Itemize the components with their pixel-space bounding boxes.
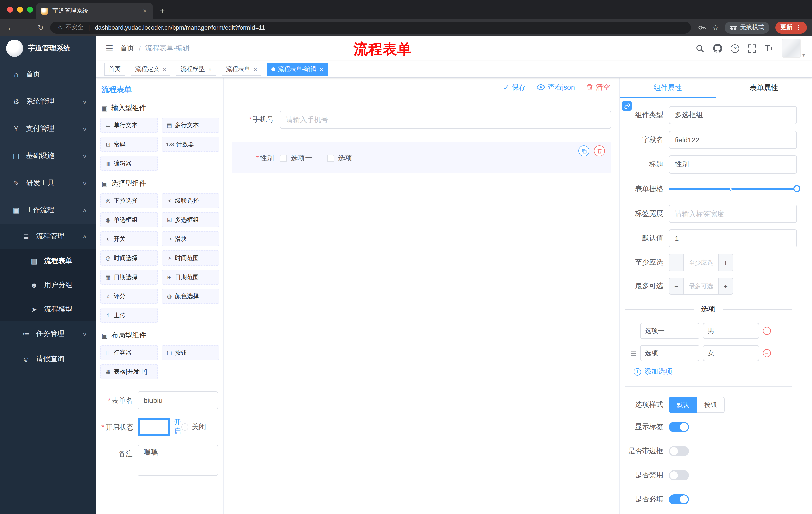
- sidebar-item-leave-query[interactable]: ☺ 请假查询: [0, 347, 96, 372]
- palette-item-time-range[interactable]: ◔时间范围: [162, 250, 219, 266]
- max-select-input[interactable]: [684, 278, 718, 294]
- palette-item-counter[interactable]: 123计数器: [162, 137, 219, 152]
- breadcrumb-home[interactable]: 首页: [120, 44, 135, 53]
- palette-item-date-range[interactable]: ⊞日期范围: [162, 270, 219, 285]
- component-type-select[interactable]: 多选框组: [669, 106, 797, 124]
- field-name-input[interactable]: [669, 131, 797, 149]
- palette-item-radio-group[interactable]: ◉单选框组: [100, 212, 158, 227]
- show-label-toggle[interactable]: [669, 422, 689, 432]
- close-icon[interactable]: ×: [162, 66, 166, 72]
- option-2-value-input[interactable]: [703, 345, 759, 361]
- palette-item-row-container[interactable]: ◫行容器: [100, 345, 158, 360]
- back-button[interactable]: ←: [5, 23, 16, 31]
- maximize-window-button[interactable]: [27, 6, 33, 12]
- grid-span-slider[interactable]: [669, 188, 797, 190]
- option-1-label-input[interactable]: [640, 323, 699, 339]
- palette-item-editor[interactable]: ▥编辑器: [100, 156, 158, 171]
- palette-item-checkbox-group[interactable]: ☑多选框组: [162, 212, 219, 227]
- font-size-icon[interactable]: TT: [765, 44, 773, 52]
- radio-off[interactable]: 关闭: [181, 423, 206, 432]
- palette-item-select[interactable]: ◎下拉选择: [100, 193, 158, 208]
- drag-handle-icon[interactable]: ☰: [631, 349, 636, 357]
- tab-close-icon[interactable]: ×: [142, 7, 148, 15]
- form-remark-textarea[interactable]: 嘿嘿: [138, 444, 218, 476]
- forward-button[interactable]: →: [20, 23, 31, 31]
- tag-process-form[interactable]: 流程表单 ×: [222, 63, 262, 76]
- remove-option-icon[interactable]: −: [762, 327, 771, 335]
- view-json-button[interactable]: 查看json: [537, 83, 575, 92]
- user-avatar[interactable]: ▾: [782, 39, 805, 58]
- label-width-input[interactable]: [669, 205, 797, 223]
- palette-item-date-picker[interactable]: ▦日期选择: [100, 270, 158, 285]
- reload-button[interactable]: ↻: [35, 23, 46, 31]
- required-toggle[interactable]: [669, 494, 689, 505]
- decrease-button[interactable]: −: [669, 278, 684, 294]
- sidebar-item-home[interactable]: ⌂ 首页: [0, 61, 96, 88]
- sidebar-item-user-groups[interactable]: ☻ 用户分组: [0, 273, 96, 297]
- sidebar-item-process-model[interactable]: ➤ 流程模型: [0, 297, 96, 321]
- palette-item-rate[interactable]: ☆评分: [100, 289, 158, 304]
- tag-home[interactable]: 首页: [104, 63, 125, 76]
- phone-input[interactable]: [280, 111, 611, 129]
- github-icon[interactable]: [713, 44, 722, 53]
- browser-update-button[interactable]: 更新 ⋮: [775, 21, 807, 33]
- radio-on[interactable]: 开启: [138, 418, 170, 436]
- form-name-input[interactable]: [138, 391, 218, 409]
- sidebar-item-process-management[interactable]: ≣ 流程管理 ∧: [0, 224, 96, 249]
- sidebar-item-task-management[interactable]: ≔ 任务管理 ∨: [0, 321, 96, 347]
- sidebar-item-payment[interactable]: ¥ 支付管理 ∨: [0, 115, 96, 142]
- tab-form-props[interactable]: 表单属性: [716, 78, 812, 98]
- palette-item-switch[interactable]: ◐开关: [100, 231, 158, 246]
- option-1-value-input[interactable]: [703, 323, 759, 339]
- delete-widget-button[interactable]: [594, 145, 605, 156]
- palette-item-color-picker[interactable]: ◍颜色选择: [162, 289, 219, 304]
- close-icon[interactable]: ×: [253, 66, 257, 72]
- min-select-input[interactable]: [684, 254, 718, 271]
- style-button-button[interactable]: 按钮: [697, 397, 725, 413]
- app-logo[interactable]: 芋道管理系统: [0, 36, 96, 61]
- browser-tab[interactable]: 芋道管理系统 ×: [36, 2, 153, 19]
- checkbox-option-1[interactable]: 选项一: [280, 154, 312, 163]
- clear-button[interactable]: 清空: [586, 83, 610, 92]
- palette-item-password[interactable]: ⊡密码: [100, 137, 158, 152]
- search-icon[interactable]: [696, 44, 705, 53]
- copy-widget-button[interactable]: [578, 145, 589, 156]
- palette-item-table[interactable]: ▦表格[开发中]: [100, 364, 158, 379]
- hamburger-icon[interactable]: ☰: [96, 43, 120, 54]
- doc-link-icon[interactable]: [622, 101, 632, 111]
- sidebar-item-devtools[interactable]: ✎ 研发工具 ∨: [0, 169, 96, 197]
- address-bar[interactable]: ⚠ 不安全 | dashboard.yudao.iocoder.cn/bpm/m…: [50, 21, 691, 33]
- tag-process-definition[interactable]: 流程定义 ×: [130, 63, 171, 76]
- drag-handle-icon[interactable]: ☰: [631, 327, 636, 335]
- tag-process-form-edit[interactable]: 流程表单-编辑 ×: [267, 63, 328, 76]
- password-key-icon[interactable]: [698, 23, 706, 31]
- checkbox-option-2[interactable]: 选项二: [327, 154, 359, 163]
- sidebar-item-process-form[interactable]: ▤ 流程表单: [0, 249, 96, 273]
- increase-button[interactable]: +: [718, 254, 733, 271]
- add-option-button[interactable]: + 添加选项: [634, 367, 797, 376]
- border-toggle[interactable]: [669, 446, 689, 456]
- slider-handle[interactable]: [793, 185, 801, 192]
- fullscreen-icon[interactable]: [748, 44, 756, 53]
- increase-button[interactable]: +: [718, 278, 733, 294]
- style-default-button[interactable]: 默认: [669, 397, 697, 413]
- palette-item-multi-line-text[interactable]: ▤多行文本: [162, 118, 219, 133]
- sidebar-item-workflow[interactable]: ▣ 工作流程 ∧: [0, 197, 96, 224]
- gender-widget-selected[interactable]: *性别 选项一 选项二: [232, 142, 611, 173]
- palette-item-time-picker[interactable]: ◷时间选择: [100, 250, 158, 266]
- default-value-input[interactable]: [669, 229, 797, 247]
- minimize-window-button[interactable]: [17, 6, 23, 12]
- tag-process-model[interactable]: 流程模型 ×: [176, 63, 216, 76]
- option-2-label-input[interactable]: [640, 345, 699, 361]
- sidebar-item-infrastructure[interactable]: ▤ 基础设施 ∨: [0, 142, 96, 169]
- bookmark-star-icon[interactable]: ☆: [712, 23, 719, 31]
- tab-component-props[interactable]: 组件属性: [619, 78, 716, 98]
- close-icon[interactable]: ×: [319, 66, 323, 72]
- title-input[interactable]: [669, 155, 797, 173]
- palette-item-button[interactable]: ▢按钮: [162, 345, 219, 360]
- decrease-button[interactable]: −: [669, 254, 684, 271]
- sidebar-item-system[interactable]: ⚙ 系统管理 ∨: [0, 88, 96, 115]
- save-button[interactable]: ✓ 保存: [503, 83, 526, 92]
- new-tab-button[interactable]: +: [160, 6, 165, 15]
- help-icon[interactable]: ?: [731, 44, 740, 53]
